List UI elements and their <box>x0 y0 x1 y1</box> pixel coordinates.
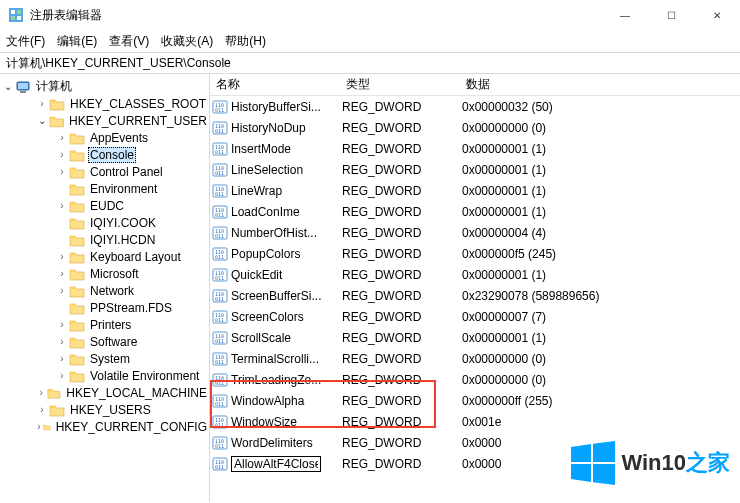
caret-open-icon[interactable]: ⌄ <box>36 115 48 126</box>
tree-item[interactable]: ›HKEY_LOCAL_MACHINE <box>0 384 209 401</box>
list-row[interactable]: LineSelectionREG_DWORD0x00000001 (1) <box>210 159 740 180</box>
tree-item[interactable]: PPStream.FDS <box>0 299 209 316</box>
value-data: 0x00000000 (0) <box>460 121 740 135</box>
value-type: REG_DWORD <box>340 205 460 219</box>
tree-item[interactable]: ›HKEY_USERS <box>0 401 209 418</box>
caret-closed-icon[interactable]: › <box>56 166 68 177</box>
tree-item[interactable]: ›Console <box>0 146 209 163</box>
list-row[interactable]: HistoryBufferSi...REG_DWORD0x00000032 (5… <box>210 96 740 117</box>
caret-closed-icon[interactable]: › <box>36 387 46 398</box>
caret-closed-icon[interactable]: › <box>56 285 68 296</box>
dword-icon <box>212 162 228 178</box>
dword-icon <box>212 435 228 451</box>
value-type: REG_DWORD <box>340 310 460 324</box>
tree-item[interactable]: Environment <box>0 180 209 197</box>
caret-closed-icon[interactable]: › <box>56 251 68 262</box>
list-row[interactable]: ScreenBufferSi...REG_DWORD0x23290078 (58… <box>210 285 740 306</box>
maximize-button[interactable]: ☐ <box>648 0 694 30</box>
value-type: REG_DWORD <box>340 352 460 366</box>
caret-closed-icon[interactable]: › <box>56 336 68 347</box>
value-name: LineWrap <box>231 184 282 198</box>
menu-favorites[interactable]: 收藏夹(A) <box>161 33 213 50</box>
list-row[interactable]: QuickEditREG_DWORD0x00000001 (1) <box>210 264 740 285</box>
list-pane[interactable]: 名称 类型 数据 HistoryBufferSi...REG_DWORD0x00… <box>210 74 740 502</box>
list-row[interactable]: ScrollScaleREG_DWORD0x00000001 (1) <box>210 327 740 348</box>
value-type: REG_DWORD <box>340 373 460 387</box>
list-row[interactable]: WindowAlphaREG_DWORD0x000000ff (255) <box>210 390 740 411</box>
menu-edit[interactable]: 编辑(E) <box>57 33 97 50</box>
column-data[interactable]: 数据 <box>460 76 740 93</box>
value-type: REG_DWORD <box>340 184 460 198</box>
value-type: REG_DWORD <box>340 436 460 450</box>
tree-item-label: Printers <box>88 318 133 332</box>
value-name: PopupColors <box>231 247 300 261</box>
caret-closed-icon[interactable]: › <box>56 132 68 143</box>
folder-icon <box>69 318 85 332</box>
value-name-edit[interactable] <box>231 456 321 472</box>
column-name[interactable]: 名称 <box>210 76 340 93</box>
caret-closed-icon[interactable]: › <box>56 319 68 330</box>
list-row[interactable]: NumberOfHist...REG_DWORD0x00000004 (4) <box>210 222 740 243</box>
tree-item[interactable]: ›AppEvents <box>0 129 209 146</box>
tree-item[interactable]: ›HKEY_CLASSES_ROOT <box>0 95 209 112</box>
caret-none <box>56 183 68 194</box>
value-type: REG_DWORD <box>340 457 460 471</box>
tree-pane[interactable]: ⌄计算机›HKEY_CLASSES_ROOT⌄HKEY_CURRENT_USER… <box>0 74 210 502</box>
tree-item[interactable]: ›System <box>0 350 209 367</box>
caret-closed-icon[interactable]: › <box>36 98 48 109</box>
folder-icon <box>69 233 85 247</box>
caret-closed-icon[interactable]: › <box>56 370 68 381</box>
list-row[interactable]: TrimLeadingZe...REG_DWORD0x00000000 (0) <box>210 369 740 390</box>
caret-closed-icon[interactable]: › <box>56 353 68 364</box>
caret-closed-icon[interactable]: › <box>56 268 68 279</box>
caret-icon[interactable]: ⌄ <box>2 81 14 92</box>
menu-file[interactable]: 文件(F) <box>6 33 45 50</box>
value-data: 0x00000032 (50) <box>460 100 740 114</box>
column-type[interactable]: 类型 <box>340 76 460 93</box>
computer-icon <box>15 80 31 94</box>
value-name: ScreenBufferSi... <box>231 289 322 303</box>
list-row[interactable]: WindowSizeREG_DWORD0x001e <box>210 411 740 432</box>
tree-item[interactable]: ›Software <box>0 333 209 350</box>
tree-item[interactable]: ›EUDC <box>0 197 209 214</box>
list-row[interactable]: LoadConImeREG_DWORD0x00000001 (1) <box>210 201 740 222</box>
close-button[interactable]: ✕ <box>694 0 740 30</box>
folder-icon <box>49 97 65 111</box>
caret-closed-icon[interactable]: › <box>56 200 68 211</box>
tree-item-label: Control Panel <box>88 165 165 179</box>
value-data: 0x00000001 (1) <box>460 142 740 156</box>
value-data: 0x00000001 (1) <box>460 331 740 345</box>
value-data: 0x00000000 (0) <box>460 373 740 387</box>
caret-closed-icon[interactable]: › <box>56 149 68 160</box>
list-row[interactable]: InsertModeREG_DWORD0x00000001 (1) <box>210 138 740 159</box>
tree-item[interactable]: ›Printers <box>0 316 209 333</box>
list-row[interactable]: HistoryNoDupREG_DWORD0x00000000 (0) <box>210 117 740 138</box>
tree-item[interactable]: ›Control Panel <box>0 163 209 180</box>
menu-help[interactable]: 帮助(H) <box>225 33 266 50</box>
caret-closed-icon[interactable]: › <box>36 404 48 415</box>
tree-item[interactable]: ›Network <box>0 282 209 299</box>
list-row[interactable]: LineWrapREG_DWORD0x00000001 (1) <box>210 180 740 201</box>
windows-logo-icon <box>571 441 615 485</box>
list-row[interactable]: ScreenColorsREG_DWORD0x00000007 (7) <box>210 306 740 327</box>
tree-item[interactable]: ›Microsoft <box>0 265 209 282</box>
tree-item[interactable]: IQIYI.COOK <box>0 214 209 231</box>
tree-root-label[interactable]: 计算机 <box>34 78 74 95</box>
tree-item[interactable]: ›Volatile Environment <box>0 367 209 384</box>
tree-item-label: Volatile Environment <box>88 369 201 383</box>
list-row[interactable]: TerminalScrolli...REG_DWORD0x00000000 (0… <box>210 348 740 369</box>
dword-icon <box>212 120 228 136</box>
dword-icon <box>212 372 228 388</box>
addressbar[interactable]: 计算机\HKEY_CURRENT_USER\Console <box>0 52 740 74</box>
list-row[interactable]: PopupColorsREG_DWORD0x000000f5 (245) <box>210 243 740 264</box>
tree-item[interactable]: IQIYI.HCDN <box>0 231 209 248</box>
menu-view[interactable]: 查看(V) <box>109 33 149 50</box>
value-name: InsertMode <box>231 142 291 156</box>
value-type: REG_DWORD <box>340 394 460 408</box>
tree-item[interactable]: ⌄HKEY_CURRENT_USER <box>0 112 209 129</box>
tree-item[interactable]: ›Keyboard Layout <box>0 248 209 265</box>
value-type: REG_DWORD <box>340 331 460 345</box>
caret-closed-icon[interactable]: › <box>36 421 42 432</box>
tree-item[interactable]: ›HKEY_CURRENT_CONFIG <box>0 418 209 435</box>
minimize-button[interactable]: — <box>602 0 648 30</box>
